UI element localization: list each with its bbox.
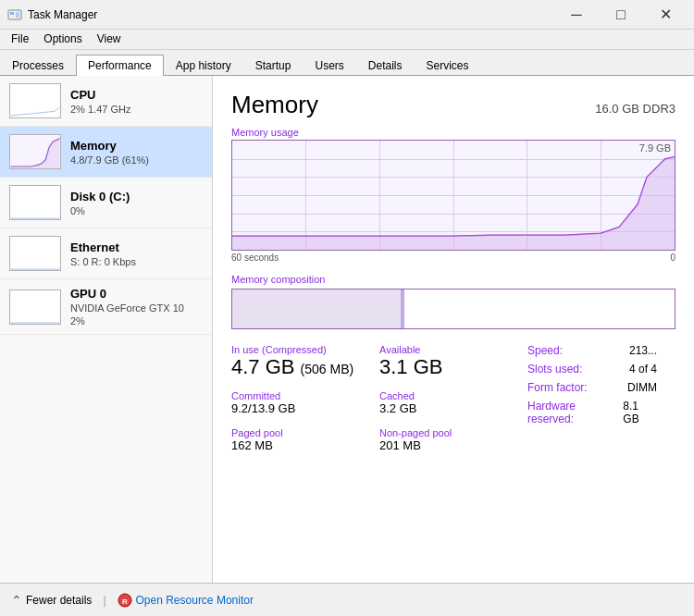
gpu-detail2: 2% — [70, 315, 203, 326]
svg-rect-2 — [16, 12, 19, 18]
stat-inuse: In use (Compressed) 4.7 GB (506 MB) — [231, 344, 361, 379]
stats-grid: In use (Compressed) 4.7 GB (506 MB) Comm… — [231, 344, 675, 464]
detail-header: Memory 16.0 GB DDR3 — [231, 91, 675, 119]
open-resource-monitor-link[interactable]: R Open Resource Monitor — [118, 593, 254, 608]
stat-cached-label: Cached — [379, 390, 509, 401]
tab-performance[interactable]: Performance — [76, 55, 164, 76]
right-stat-speed: Speed: 213... — [527, 344, 657, 357]
tab-details[interactable]: Details — [356, 55, 415, 76]
memory-name: Memory — [70, 139, 203, 153]
close-button[interactable]: ✕ — [644, 1, 687, 29]
ethernet-info: Ethernet S: 0 R: 0 Kbps — [70, 240, 203, 267]
app-title: Task Manager — [28, 8, 97, 21]
tab-app-history[interactable]: App history — [164, 55, 243, 76]
stat-committed: Committed 9.2/13.9 GB — [231, 390, 361, 416]
bottom-bar: ⌃ Fewer details | R Open Resource Monito… — [0, 583, 694, 616]
stat-nonpaged: Non-paged pool 201 MB — [379, 427, 509, 453]
stat-cached: Cached 3.2 GB — [379, 390, 509, 416]
comp-inuse — [232, 290, 401, 328]
svg-rect-6 — [10, 237, 59, 270]
sidebar-item-gpu[interactable]: GPU 0 NVIDIA GeForce GTX 10 2% — [0, 279, 212, 335]
sidebar: CPU 2% 1.47 GHz Memory 4.8/7.9 GB (61%) — [0, 76, 213, 583]
slots-label: Slots used: — [527, 363, 582, 376]
resource-monitor-icon: R — [118, 593, 132, 608]
stat-committed-label: Committed — [231, 390, 361, 401]
sidebar-item-ethernet[interactable]: Ethernet S: 0 R: 0 Kbps — [0, 228, 212, 279]
tab-startup[interactable]: Startup — [243, 55, 304, 76]
chart-time-left: 60 seconds — [231, 253, 279, 263]
gpu-info: GPU 0 NVIDIA GeForce GTX 10 2% — [70, 287, 203, 326]
ethernet-name: Ethernet — [70, 240, 203, 254]
app-icon — [7, 7, 22, 22]
chevron-down-icon: ⌃ — [11, 593, 22, 608]
slots-value: 4 of 4 — [629, 363, 657, 376]
disk-detail: 0% — [70, 205, 203, 216]
stat-committed-value: 9.2/13.9 GB — [231, 401, 361, 416]
resource-monitor-label: Open Resource Monitor — [136, 594, 254, 607]
menu-file[interactable]: File — [4, 31, 36, 47]
stat-col-3: Speed: 213... Slots used: 4 of 4 Form fa… — [527, 344, 675, 464]
stat-col-2: Available 3.1 GB Cached 3.2 GB Non-paged… — [379, 344, 527, 464]
memory-usage-chart-section: Memory usage 7.9 GB — [231, 127, 675, 263]
composition-section: Memory composition — [231, 274, 675, 329]
stat-inuse-value: 4.7 GB (506 MB) — [231, 355, 361, 379]
window-controls: ─ □ ✕ — [555, 1, 687, 29]
comp-standby — [404, 290, 675, 328]
stat-available: Available 3.1 GB — [379, 344, 509, 379]
menu-bar: File Options View — [0, 30, 694, 50]
svg-rect-1 — [10, 12, 14, 15]
right-stat-slots: Slots used: 4 of 4 — [527, 363, 657, 376]
stat-available-value: 3.1 GB — [379, 355, 509, 379]
stat-col-1: In use (Compressed) 4.7 GB (506 MB) Comm… — [231, 344, 379, 464]
cpu-detail: 2% 1.47 GHz — [70, 104, 203, 115]
detail-panel: Memory 16.0 GB DDR3 Memory usage 7.9 GB — [213, 76, 694, 583]
chart-label: Memory usage — [231, 127, 675, 138]
main-content: CPU 2% 1.47 GHz Memory 4.8/7.9 GB (61%) — [0, 76, 694, 583]
tabs-bar: Processes Performance App history Startu… — [0, 50, 694, 76]
minimize-button[interactable]: ─ — [555, 1, 598, 29]
svg-rect-7 — [10, 290, 59, 324]
ethernet-thumb — [9, 236, 61, 271]
svg-text:R: R — [122, 597, 128, 605]
composition-label: Memory composition — [231, 274, 675, 285]
disk-name: Disk 0 (C:) — [70, 190, 203, 203]
sidebar-item-memory[interactable]: Memory 4.8/7.9 GB (61%) — [0, 127, 212, 178]
detail-title: Memory — [231, 91, 318, 119]
sidebar-item-cpu[interactable]: CPU 2% 1.47 GHz — [0, 76, 212, 127]
form-value: DIMM — [627, 381, 657, 394]
memory-info: Memory 4.8/7.9 GB (61%) — [70, 139, 203, 166]
stat-paged-label: Paged pool — [231, 427, 361, 438]
ethernet-detail: S: 0 R: 0 Kbps — [70, 256, 203, 267]
svg-rect-5 — [10, 186, 59, 219]
chart-time-right: 0 — [670, 253, 675, 263]
gpu-thumb — [9, 290, 61, 325]
stat-inuse-label: In use (Compressed) — [231, 344, 361, 355]
tab-processes[interactable]: Processes — [0, 55, 76, 76]
hwreserved-label: Hardware reserved: — [527, 400, 623, 425]
gpu-detail1: NVIDIA GeForce GTX 10 — [70, 302, 203, 314]
stat-paged: Paged pool 162 MB — [231, 427, 361, 453]
sidebar-item-disk[interactable]: Disk 0 (C:) 0% — [0, 178, 212, 228]
menu-view[interactable]: View — [90, 31, 129, 47]
speed-value: 213... — [629, 344, 657, 357]
tab-users[interactable]: Users — [303, 55, 355, 76]
svg-rect-3 — [10, 84, 59, 117]
fewer-details-label: Fewer details — [26, 594, 92, 607]
separator: | — [103, 594, 105, 607]
composition-bar — [231, 289, 675, 329]
maximize-button[interactable]: □ — [600, 1, 642, 29]
fewer-details-button[interactable]: ⌃ Fewer details — [11, 593, 92, 608]
speed-label: Speed: — [527, 344, 563, 357]
detail-subtitle: 16.0 GB DDR3 — [595, 102, 675, 116]
chart-time-labels: 60 seconds 0 — [231, 253, 675, 263]
form-label: Form factor: — [527, 381, 588, 394]
title-bar: Task Manager ─ □ ✕ — [0, 0, 694, 30]
cpu-name: CPU — [70, 88, 203, 102]
cpu-info: CPU 2% 1.47 GHz — [70, 88, 203, 115]
stat-nonpaged-value: 201 MB — [379, 438, 509, 453]
hwreserved-value: 8.1 GB — [623, 400, 657, 425]
chart-container: 7.9 GB — [231, 140, 675, 251]
menu-options[interactable]: Options — [36, 31, 89, 47]
tab-services[interactable]: Services — [415, 55, 481, 76]
memory-detail: 4.8/7.9 GB (61%) — [70, 154, 203, 166]
